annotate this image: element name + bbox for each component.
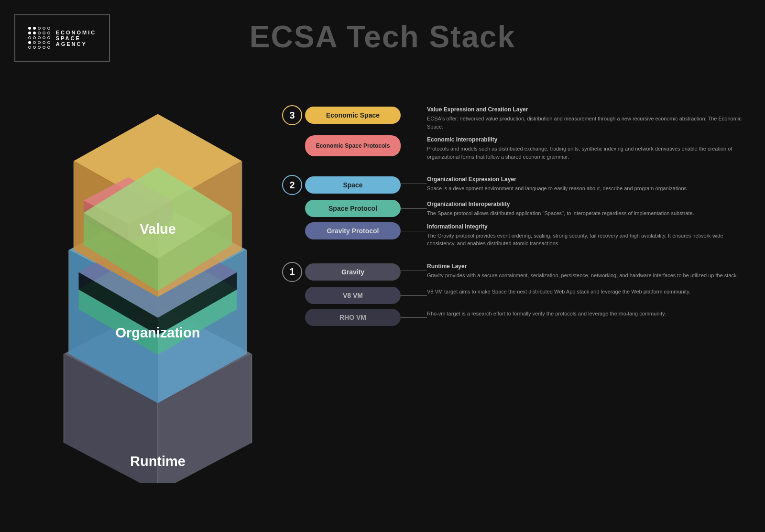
isometric-diagram: Runtime Organization Val: [14, 76, 301, 483]
section-organization: 2 Space Organizational Expression Layer …: [282, 175, 746, 248]
desc-org-3: Informational Integrity The Gravity prot…: [427, 222, 746, 248]
runtime-left-2: V8 VM: [305, 287, 401, 304]
connector-line-4: [401, 208, 427, 209]
right-panel: 3 Economic Space Value Expression and Cr…: [282, 105, 746, 336]
value-row-2: Economic Space Protocols Economic Intero…: [282, 135, 746, 161]
value-left-1: 3 Economic Space: [282, 105, 401, 125]
svg-text:Value: Value: [140, 221, 176, 237]
desc-title-2: Economic Interoperability: [427, 136, 746, 143]
connector-line-5: [401, 231, 427, 231]
badge-space: Space: [305, 176, 401, 194]
org-left-2: Space Protocol: [305, 200, 401, 217]
org-row-2: Space Protocol Organizational Interopera…: [282, 200, 746, 217]
connector-line-3: [401, 184, 427, 184]
desc-runtime-3: Rho-vm target is a research effort to fo…: [427, 309, 746, 318]
badge-space-protocol: Space Protocol: [305, 200, 401, 217]
number-circle-1: 1: [282, 262, 302, 282]
badge-v8vm: V8 VM: [305, 287, 401, 304]
runtime-row-3: RHO VM Rho-vm target is a research effor…: [282, 309, 746, 326]
value-row-1: 3 Economic Space Value Expression and Cr…: [282, 105, 746, 130]
section-value: 3 Economic Space Value Expression and Cr…: [282, 105, 746, 161]
desc-text-3: Space is a development environment and l…: [427, 185, 746, 193]
desc-title-6: Runtime Layer: [427, 263, 746, 270]
badge-economic-space: Economic Space: [305, 107, 401, 124]
svg-text:Organization: Organization: [116, 325, 200, 340]
desc-title-4: Organizational Interoperability: [427, 201, 746, 207]
desc-value-2: Economic Interoperability Protocols and …: [427, 135, 746, 161]
desc-text-5: The Gravity protocol provides event orde…: [427, 232, 746, 248]
desc-runtime-1: Runtime Layer Gravity provides with a se…: [427, 262, 746, 280]
desc-text-2: Protocols and models such as distributed…: [427, 145, 746, 161]
desc-text-6: Gravity provides with a secure containme…: [427, 271, 746, 280]
desc-title-5: Informational Integrity: [427, 223, 746, 230]
desc-text-8: Rho-vm target is a research effort to fo…: [427, 310, 746, 318]
desc-org-2: Organizational Interoperability The Spac…: [427, 200, 746, 217]
connector-line-8: [401, 317, 427, 318]
connector-line-6: [401, 271, 427, 271]
connector-line: [401, 114, 427, 114]
desc-text-4: The Space protocol allows distributed ap…: [427, 209, 746, 217]
org-left-1: 2 Space: [282, 175, 401, 195]
connector-line-2: [401, 146, 427, 146]
runtime-row-1: 1 Gravity Runtime Layer Gravity provides…: [282, 262, 746, 282]
page-title: ECSA Tech Stack: [0, 19, 765, 54]
badge-economic-space-protocols: Economic Space Protocols: [305, 135, 401, 156]
badge-gravity: Gravity: [305, 263, 401, 281]
org-row-1: 2 Space Organizational Expression Layer …: [282, 175, 746, 195]
badge-gravity-protocol: Gravity Protocol: [305, 222, 401, 239]
desc-text-7: V8 VM target aims to make Space the next…: [427, 288, 746, 296]
org-left-3: Gravity Protocol: [305, 222, 401, 239]
connector-line-7: [401, 295, 427, 296]
runtime-left-3: RHO VM: [305, 309, 401, 326]
badge-rhovm: RHO VM: [305, 309, 401, 326]
desc-title: Value Expression and Creation Layer: [427, 106, 746, 113]
section-runtime: 1 Gravity Runtime Layer Gravity provides…: [282, 262, 746, 326]
desc-org-1: Organizational Expression Layer Space is…: [427, 175, 746, 193]
runtime-left-1: 1 Gravity: [282, 262, 401, 282]
org-row-3: Gravity Protocol Informational Integrity…: [282, 222, 746, 248]
desc-value-1: Value Expression and Creation Layer ECSA…: [427, 105, 746, 130]
desc-title-3: Organizational Expression Layer: [427, 176, 746, 183]
number-circle-2: 2: [282, 175, 302, 195]
number-circle-3: 3: [282, 105, 302, 125]
runtime-row-2: V8 VM V8 VM target aims to make Space th…: [282, 287, 746, 304]
desc-runtime-2: V8 VM target aims to make Space the next…: [427, 287, 746, 296]
desc-text: ECSA's offer: networked value production…: [427, 115, 746, 130]
value-left-2: Economic Space Protocols: [305, 135, 401, 156]
